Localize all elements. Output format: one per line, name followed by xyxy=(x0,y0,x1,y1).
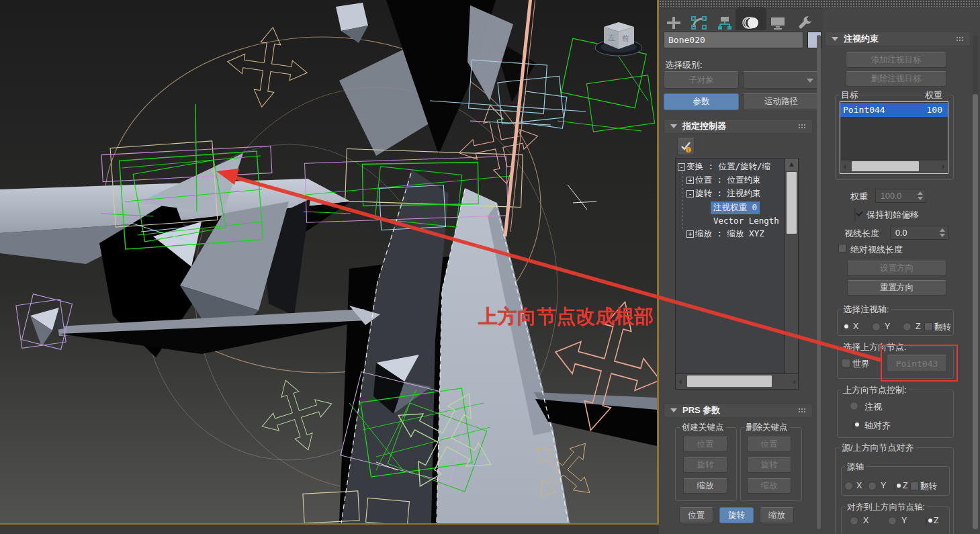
upnode-group-label: 选择上方向节点: xyxy=(841,341,909,353)
panel-column-scrollbar[interactable] xyxy=(817,35,821,529)
delete-key-scale-button[interactable]: 缩放 xyxy=(747,478,791,494)
upnode-axis-align-label: 轴对齐 xyxy=(864,420,891,432)
tree-guide xyxy=(682,169,683,230)
aligned-to-x-label: X xyxy=(863,516,868,525)
modify-icon[interactable] xyxy=(691,15,708,30)
source-axis-flip-checkbox[interactable] xyxy=(910,482,919,490)
tree-row[interactable]: +位置 : 位置约束 xyxy=(686,175,761,186)
utilities-wrench-icon[interactable] xyxy=(797,15,814,30)
spinner-arrows-icon[interactable] xyxy=(939,228,946,237)
upnode-lookat-radio[interactable] xyxy=(850,402,858,410)
upnode-pick-button[interactable]: Point043 xyxy=(887,355,947,372)
source-axis-label: 源轴 xyxy=(845,461,866,473)
expand-icon[interactable]: + xyxy=(686,230,694,238)
lookat-axis-x-radio[interactable] xyxy=(842,322,843,335)
viewport[interactable]: 左 前 xyxy=(0,0,659,525)
list-hscrollbar[interactable]: ‹ › xyxy=(841,161,947,173)
scroll-left-icon[interactable]: ‹ xyxy=(679,377,682,386)
spinner-arrows-icon[interactable] xyxy=(917,191,924,200)
aligned-to-y-radio[interactable] xyxy=(888,517,897,525)
sub-object-dropdown[interactable] xyxy=(743,71,819,89)
set-orientation-button[interactable]: 设置方向 xyxy=(847,261,946,276)
delete-keys-label: 删除关键点 xyxy=(744,422,790,433)
tree-hscrollbar[interactable]: ‹ › xyxy=(676,373,799,389)
expand-icon[interactable]: + xyxy=(686,177,694,184)
rollout-open-icon xyxy=(670,408,677,412)
target-weight: 100 xyxy=(927,105,942,115)
upnode-lookat-label: 注视 xyxy=(864,401,882,413)
lookat-axis-z-radio[interactable] xyxy=(903,322,911,331)
create-key-scale-button[interactable]: 缩放 xyxy=(683,478,727,494)
create-key-position-button[interactable]: 位置 xyxy=(683,437,727,452)
delete-key-position-button[interactable]: 位置 xyxy=(747,437,791,452)
chevron-down-icon xyxy=(807,79,813,83)
assign-controller-rollout[interactable]: 指定控制器 xyxy=(664,119,813,134)
rollout-open-icon xyxy=(832,37,838,41)
lookat-axis-flip-label: 翻转 xyxy=(934,322,951,333)
aligned-to-z-radio[interactable] xyxy=(926,516,927,529)
viewcube-left-label: 左 xyxy=(608,34,615,42)
scroll-up-icon[interactable]: ▲ xyxy=(785,159,798,171)
lookat-axis-y-radio[interactable] xyxy=(872,322,881,331)
prs-position-button[interactable]: 位置 xyxy=(679,507,713,523)
lookat-target-list[interactable]: Point044 100 ‹ › xyxy=(840,101,948,174)
weight-header: 权重 xyxy=(923,89,944,101)
controller-tree[interactable]: -变换 : 位置/旋转/缩 +位置 : 位置约束 -旋转 : 注视约束 注视权重… xyxy=(675,158,799,390)
object-name-field[interactable]: Bone020 xyxy=(664,32,803,48)
lookat-rollout[interactable]: 注视约束 xyxy=(825,32,971,46)
world-checkbox[interactable] xyxy=(842,359,850,367)
tree-vscroll-thumb[interactable] xyxy=(787,172,797,234)
motion-icon[interactable] xyxy=(741,15,761,30)
assign-controller-button[interactable]: ! xyxy=(677,138,695,155)
source-axis-x-radio[interactable] xyxy=(844,482,853,490)
aligned-to-z-label: Z xyxy=(934,516,939,525)
collapse-icon[interactable]: - xyxy=(678,163,685,171)
create-key-rotation-button[interactable]: 旋转 xyxy=(683,457,727,473)
motion-paths-button[interactable]: 运动路径 xyxy=(743,93,819,110)
collapse-icon[interactable]: - xyxy=(686,190,694,197)
list-hscroll-thumb[interactable] xyxy=(852,161,919,171)
absolute-length-checkbox[interactable] xyxy=(838,244,847,253)
tree-row[interactable]: +缩放 : 缩放 XYZ xyxy=(686,228,764,240)
sub-object-button[interactable]: 子对象 xyxy=(664,71,739,89)
scroll-right-icon[interactable]: › xyxy=(793,377,796,386)
tree-row[interactable]: Vector Length xyxy=(713,216,779,226)
panel-drag-strip[interactable] xyxy=(659,0,980,7)
display-icon[interactable] xyxy=(769,15,787,30)
target-list-row-selected[interactable]: Point044 100 xyxy=(840,103,948,117)
tree-vscrollbar[interactable]: ▲ xyxy=(785,159,798,374)
tree-row-selected[interactable]: 注视权重 0 xyxy=(711,202,760,214)
upnode-control-group xyxy=(837,390,954,438)
prs-scale-button[interactable]: 缩放 xyxy=(760,507,794,523)
parameters-button[interactable]: 参数 xyxy=(664,93,739,110)
panel-right-scrollbar[interactable] xyxy=(973,94,978,529)
tree-hscroll-thumb[interactable] xyxy=(687,375,772,387)
scroll-left-icon[interactable]: ‹ xyxy=(844,162,846,171)
3dsmax-window: 左 前 上方向节点改成根部 xyxy=(0,0,980,534)
keep-offset-checkbox[interactable] xyxy=(854,208,856,221)
aligned-to-x-radio[interactable] xyxy=(850,517,858,525)
source-axis-y-radio[interactable] xyxy=(868,482,877,490)
hierarchy-icon[interactable] xyxy=(716,15,733,30)
rollout-open-icon xyxy=(670,124,677,128)
delete-key-rotation-button[interactable]: 旋转 xyxy=(747,457,791,473)
target-header: 目标 xyxy=(839,89,860,101)
reset-orientation-button[interactable]: 重置方向 xyxy=(847,280,946,296)
prs-rotation-button[interactable]: 旋转 xyxy=(719,507,754,523)
assign-controller-title: 指定控制器 xyxy=(682,120,726,132)
source-axis-z-radio[interactable] xyxy=(894,481,895,494)
viewport-canvas[interactable]: 左 前 xyxy=(0,0,657,523)
lookat-axis-flip-checkbox[interactable] xyxy=(924,322,933,331)
add-lookat-target-button[interactable]: 添加注视目标 xyxy=(846,52,946,68)
scroll-right-icon[interactable]: › xyxy=(942,162,944,171)
upnode-axis-align-radio[interactable] xyxy=(852,420,854,433)
tree-row[interactable]: -变换 : 位置/旋转/缩 xyxy=(678,161,770,173)
tree-row[interactable]: -旋转 : 注视约束 xyxy=(686,188,761,199)
rollout-grip-icon xyxy=(798,124,807,130)
prs-rollout[interactable]: PRS 参数 xyxy=(664,403,813,418)
source-align-label: 源/上方向节点对齐 xyxy=(840,442,916,454)
viewcube-front-label: 前 xyxy=(621,34,629,42)
delete-lookat-target-button[interactable]: 删除注视目标 xyxy=(846,71,946,87)
panel-right-scroll-track[interactable] xyxy=(973,35,978,94)
create-plus-icon[interactable] xyxy=(665,15,682,30)
